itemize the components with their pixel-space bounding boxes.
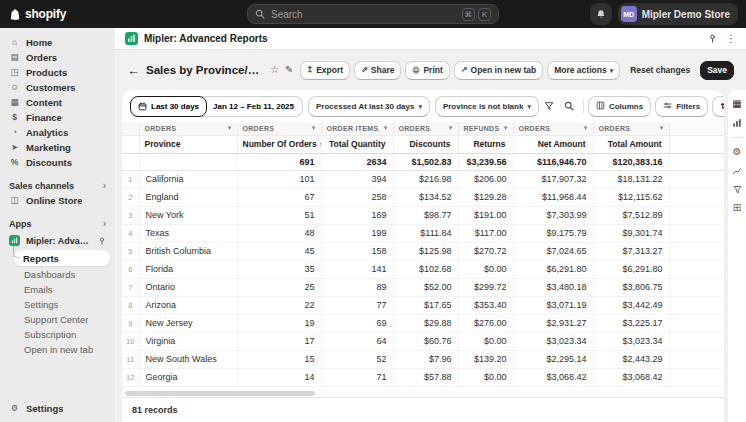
column-header[interactable]: Discounts [393, 135, 458, 153]
chevron-down-icon[interactable]: ▾ [660, 124, 664, 132]
table-row[interactable]: 1 California 101 394 $216.98 $206.00 $17… [122, 170, 724, 188]
reset-changes-button[interactable]: Reset changes [624, 61, 696, 80]
sidebar-app-subitem[interactable]: Open in new tab [0, 342, 115, 357]
column-group-header[interactable]: ORDERS ▾ [513, 122, 593, 135]
date-range-button[interactable]: Jan 12 – Feb 11, 2025 [202, 96, 303, 117]
sidebar-app-subitem[interactable]: Dashboards [0, 267, 115, 282]
orders-count-cell: 14 [237, 368, 321, 386]
sidebar-nav-item[interactable]: ▦ Content [0, 95, 115, 110]
chevron-down-icon[interactable]: ▾ [312, 124, 316, 132]
chevron-down-icon[interactable]: ▾ [584, 124, 588, 132]
sidebar-nav-item[interactable]: % Discounts [0, 155, 115, 170]
sidebar-app-subitem[interactable]: Emails [0, 282, 115, 297]
horizontal-scrollbar[interactable] [122, 389, 724, 397]
sidebar-nav-item[interactable]: ◳ Products [0, 65, 115, 80]
back-button[interactable]: ← [127, 64, 140, 77]
column-group-header[interactable]: ORDERS ▾ [593, 122, 669, 135]
columns-button[interactable]: Columns [588, 96, 651, 117]
column-header[interactable]: Total Quantity [321, 135, 393, 153]
date-preset-button[interactable]: Last 30 days [130, 96, 207, 117]
column-group-header[interactable]: ORDERS ▾ [237, 122, 321, 135]
apps-header[interactable]: Apps › [0, 217, 115, 231]
add-filter-button[interactable] [544, 96, 554, 116]
column-header[interactable]: Net Amount [513, 135, 593, 153]
chevron-down-icon[interactable]: ▾ [449, 124, 453, 132]
processed-at-filter[interactable]: Processed At last 30 days ▾ [308, 96, 430, 117]
funnel-icon[interactable] [733, 185, 742, 194]
sidebar-nav-item[interactable]: $ Finance [0, 110, 115, 125]
chevron-down-icon[interactable]: ▾ [504, 124, 508, 132]
table-row[interactable]: 3 New York 51 169 $98.77 $191.00 $7,303.… [122, 206, 724, 224]
table-row[interactable]: 7 Ontario 25 89 $52.00 $299.72 $3,480.18… [122, 278, 724, 296]
gear-icon[interactable]: ⚙ [733, 147, 742, 157]
print-button[interactable]: Print [405, 61, 449, 80]
notifications-button[interactable] [590, 3, 612, 25]
table-row[interactable]: 8 Arizona 22 77 $17.65 $353.40 $3,071.19… [122, 296, 724, 314]
table-search-button[interactable] [559, 96, 579, 116]
scrollbar-thumb[interactable] [125, 391, 315, 396]
table-row[interactable]: 6 Florida 35 141 $102.68 $0.00 $6,291.80… [122, 260, 724, 278]
sidebar-nav-item[interactable]: ➤ Marketing [0, 140, 115, 155]
table-row[interactable]: 11 New South Wales 15 52 $7.96 $139.20 $… [122, 350, 724, 368]
pin-icon[interactable] [708, 34, 717, 43]
sidebar-app-subitem[interactable]: Subscription [0, 327, 115, 342]
table-row[interactable]: 2 England 67 258 $134.52 $129.28 $11,968… [122, 188, 724, 206]
sales-channels-header[interactable]: Sales channels › [0, 179, 115, 193]
filters-button[interactable]: Filters [655, 96, 708, 117]
edit-title-icon[interactable]: ✎ [285, 65, 293, 75]
kebab-menu-icon[interactable]: ⋮ [726, 34, 736, 44]
column-group-header[interactable]: ORDERS ▾ [139, 122, 237, 135]
line-chart-icon[interactable] [732, 166, 742, 176]
save-button[interactable]: Save [700, 61, 734, 80]
sales-channels-label: Sales channels [9, 181, 74, 191]
table-row[interactable]: 12 Georgia 14 71 $57.88 $0.00 $3,068.42 … [122, 368, 724, 386]
favorite-star-icon[interactable]: ☆ [270, 65, 279, 75]
total-amount-cell: $2,443.29 [593, 350, 669, 368]
sort-button[interactable]: ⇅ Sort [712, 96, 724, 117]
province-filter[interactable]: Province is not blank ▾ [435, 96, 539, 117]
chevron-down-icon[interactable]: ▾ [228, 124, 232, 132]
sidebar-nav-item[interactable]: ⌂ Home [0, 35, 115, 50]
table-row[interactable]: 5 British Columbia 45 158 $125.98 $270.7… [122, 242, 724, 260]
sidebar-app-subitem[interactable]: Support Center [0, 312, 115, 327]
sidebar-app-subitem[interactable]: Settings [0, 297, 115, 312]
column-header[interactable]: Province [139, 135, 237, 153]
sidebar-app-subitem[interactable]: Reports [14, 250, 110, 266]
table-view-icon[interactable]: ▦ [732, 99, 741, 109]
column-header[interactable]: Returns [458, 135, 513, 153]
column-header[interactable]: Total Amount [593, 135, 669, 153]
share-button[interactable]: ⇗ Share [354, 61, 401, 80]
sidebar-item-label: Marketing [26, 142, 71, 153]
column-group-header[interactable]: REFUNDS ▾ [458, 122, 513, 135]
table-row[interactable]: 10 Virginia 17 64 $60.76 $0.00 $3,023.34… [122, 332, 724, 350]
filler-cell [669, 278, 724, 296]
table-row[interactable]: 4 Texas 48 199 $111.84 $117.00 $9,175.79… [122, 224, 724, 242]
export-button[interactable]: ↥ Export [300, 61, 351, 80]
store-menu[interactable]: MD Mipler Demo Store [618, 3, 738, 25]
open-in-new-tab-button[interactable]: ↗ Open in new tab [454, 61, 543, 80]
column-header[interactable]: Number Of Orders↑ [237, 135, 321, 153]
search-input[interactable] [271, 9, 456, 20]
sidebar-nav-item[interactable]: ☺ Customers [0, 80, 115, 95]
sidebar-item-online-store[interactable]: ◫ Online Store [0, 193, 115, 208]
shopify-logo[interactable]: shopify [8, 7, 118, 21]
discounts-cell: $102.68 [393, 260, 458, 278]
sidebar-item-settings[interactable]: ⚙ Settings [0, 401, 115, 416]
column-group-header[interactable]: ORDERS ▾ [393, 122, 458, 135]
row-index: 1 [122, 170, 139, 188]
net-amount-total: $116,946.70 [513, 153, 593, 170]
orders-count-cell: 51 [237, 206, 321, 224]
mipler-submenu: Reports Dashboards Emails Settings [0, 250, 115, 357]
chevron-down-icon[interactable]: ▾ [384, 124, 388, 132]
sidebar-nav-item[interactable]: ◔ Analytics [0, 125, 115, 140]
table-row[interactable]: 9 New Jersey 19 69 $29.88 $276.00 $2,931… [122, 314, 724, 332]
column-group-header[interactable]: ORDER ITEMS ▾ [321, 122, 393, 135]
chart-view-icon[interactable] [732, 118, 742, 128]
sidebar-nav-item[interactable]: ▤ Orders [0, 50, 115, 65]
pin-icon[interactable] [98, 237, 106, 245]
total-amount-cell: $7,512.89 [593, 206, 669, 224]
net-amount-cell: $3,068.42 [513, 368, 593, 386]
more-actions-button[interactable]: More actions ▾ [547, 61, 620, 80]
global-search[interactable]: ⌘ K [247, 4, 499, 24]
pivot-icon[interactable]: ⊞ [733, 203, 741, 213]
